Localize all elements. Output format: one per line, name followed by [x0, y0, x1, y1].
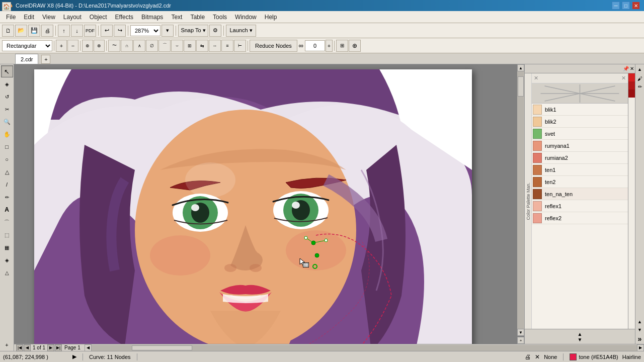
mini-swatch-dark-red[interactable]	[628, 81, 635, 89]
reduce-nodes-button[interactable]: Reduce Nodes	[250, 40, 297, 52]
mini-swatch-darkest-red[interactable]	[628, 89, 635, 98]
menu-file[interactable]: File	[2, 13, 20, 22]
export-btn[interactable]: ↓	[71, 25, 83, 37]
mini-swatch-red[interactable]	[628, 73, 635, 81]
color-row-reflex2[interactable]: reflex2	[532, 212, 628, 224]
color-row-blik2[interactable]: blik2	[532, 116, 628, 128]
rect-btn[interactable]: □	[1, 141, 13, 153]
transform-btn[interactable]: ↺	[1, 90, 13, 103]
fill-color-swatch[interactable]	[570, 353, 577, 360]
far-right-arrow-up[interactable]: ▲	[636, 318, 644, 326]
hscroll-thumb[interactable]	[132, 345, 192, 350]
add-node-btn[interactable]: +	[56, 40, 67, 52]
far-right-expand[interactable]: »	[638, 334, 642, 344]
pencil-right-btn[interactable]: ✏	[636, 82, 644, 90]
connector-btn[interactable]: ⌒	[1, 216, 13, 228]
close-button[interactable]: ✕	[632, 2, 640, 10]
scroll-down-btn[interactable]: ▼	[517, 329, 524, 336]
save-btn[interactable]: 💾	[28, 25, 40, 37]
palette-close-btn[interactable]: ✕	[630, 66, 634, 71]
hscroll-track[interactable]	[92, 345, 637, 351]
hscroll-left-btn[interactable]: ◀	[85, 344, 92, 351]
pencil-btn[interactable]: ✏	[1, 191, 13, 203]
menu-table[interactable]: Table	[186, 13, 209, 22]
import-btn[interactable]: ↑	[58, 25, 70, 37]
print-btn[interactable]: 🖨	[41, 25, 53, 37]
color-row-reflex1[interactable]: reflex1	[532, 200, 628, 212]
far-right-arrow-down[interactable]: ▼	[636, 326, 644, 334]
selection-type-select[interactable]: Rectangular Freehand	[2, 40, 52, 51]
add-tool-btn[interactable]: ⊕	[349, 40, 361, 52]
node-tool-btn[interactable]: ◈	[1, 78, 13, 90]
menu-text[interactable]: Text	[167, 13, 186, 22]
page-first-btn[interactable]: |◀	[16, 344, 23, 351]
hscroll-right-btn[interactable]: ▶	[637, 344, 644, 351]
zoom-select[interactable]: 287% 100% 200%	[130, 25, 160, 36]
tab-2cdr[interactable]: 2.cdr	[15, 54, 38, 64]
page-next-btn[interactable]: ▶	[47, 344, 54, 351]
polygon-btn[interactable]: △	[1, 166, 13, 178]
settings-btn[interactable]: ⚙	[209, 25, 221, 37]
scroll-thumb[interactable]	[518, 76, 524, 97]
launch-btn[interactable]: Launch ▾	[226, 25, 256, 37]
undo-btn[interactable]: ↩	[101, 25, 113, 37]
menu-window[interactable]: Window	[231, 13, 261, 22]
ellipse-btn[interactable]: ○	[1, 153, 13, 165]
menu-bitmaps[interactable]: Bitmaps	[137, 13, 167, 22]
pattern-btn[interactable]: ▦	[1, 241, 13, 253]
extend-curve-btn[interactable]: ⊢	[234, 40, 246, 52]
add-tab-btn[interactable]: +	[41, 55, 50, 64]
pdf-btn[interactable]: PDF	[84, 25, 96, 37]
node-count-input[interactable]: 0	[305, 40, 325, 51]
outline-btn[interactable]: △	[1, 266, 13, 279]
node-type2-btn[interactable]: ∩	[121, 40, 133, 52]
node-sym-btn[interactable]: ⊞	[184, 40, 196, 52]
palette-expand-btn[interactable]: +	[517, 337, 524, 344]
text-btn[interactable]: A	[1, 204, 13, 216]
home-btn[interactable]: 🏠	[2, 2, 11, 11]
color-row-ten1[interactable]: ten1	[532, 164, 628, 176]
color-row-rumyana1[interactable]: rumyana1	[532, 140, 628, 152]
node-type1-btn[interactable]: 〜	[108, 40, 120, 52]
color-row-rumiana2[interactable]: rumiana2	[532, 152, 628, 164]
snap-to-btn[interactable]: Snap To ▾	[178, 25, 208, 37]
redo-btn[interactable]: ↪	[114, 25, 126, 37]
maximize-button[interactable]: □	[622, 2, 630, 10]
node-count-up[interactable]: +	[326, 40, 333, 52]
line-btn[interactable]: /	[1, 178, 13, 191]
select-tool-btn[interactable]: ↖	[1, 65, 13, 77]
blend-btn[interactable]: ⬚	[1, 229, 13, 241]
zoom-dropdown[interactable]: ▾	[162, 25, 174, 37]
break-nodes-btn[interactable]: ⊗	[94, 40, 105, 52]
palette-pin-btn[interactable]: 📌	[623, 66, 629, 71]
color-row-blik1[interactable]: blik1	[532, 104, 628, 116]
align-nodes-btn[interactable]: ≡	[221, 40, 233, 52]
color-row-ten2[interactable]: ten2	[532, 176, 628, 188]
node-reflect-btn[interactable]: ⇆	[196, 40, 208, 52]
node-type6-btn[interactable]: ⌣	[171, 40, 183, 52]
color-row-svet[interactable]: svet	[532, 128, 628, 140]
brush-tool-btn[interactable]: 🖌	[636, 74, 644, 82]
fill-btn[interactable]: ◈	[1, 254, 13, 266]
elastic-mode-btn[interactable]: ⊞	[336, 40, 348, 52]
add-tool2-btn[interactable]: +	[1, 339, 13, 351]
palette-scroll-up[interactable]: ▲	[578, 331, 583, 337]
minimize-button[interactable]: ─	[612, 2, 620, 10]
position-expand-btn[interactable]: ▶	[72, 353, 76, 360]
node-type4-btn[interactable]: ∅	[146, 40, 158, 52]
join-nodes-btn[interactable]: ⊕	[82, 40, 93, 52]
menu-effects[interactable]: Effects	[111, 13, 137, 22]
scroll-track[interactable]	[517, 71, 524, 329]
scroll-up-btn[interactable]: ▲	[517, 64, 524, 71]
page-last-btn[interactable]: ▶|	[55, 344, 62, 351]
menu-help[interactable]: Help	[261, 13, 281, 22]
open-btn[interactable]: 📂	[15, 25, 27, 37]
palette-scroll-down[interactable]: ▼	[578, 337, 583, 342]
color-row-ten-na-ten[interactable]: ten_na_ten	[532, 188, 628, 200]
menu-view[interactable]: View	[38, 13, 59, 22]
menu-object[interactable]: Object	[86, 13, 111, 22]
far-right-arrow1[interactable]: ▲	[636, 65, 644, 73]
zoom-btn[interactable]: 🔍	[1, 116, 13, 128]
menu-edit[interactable]: Edit	[20, 13, 38, 22]
crop-btn[interactable]: ✂	[1, 103, 13, 115]
